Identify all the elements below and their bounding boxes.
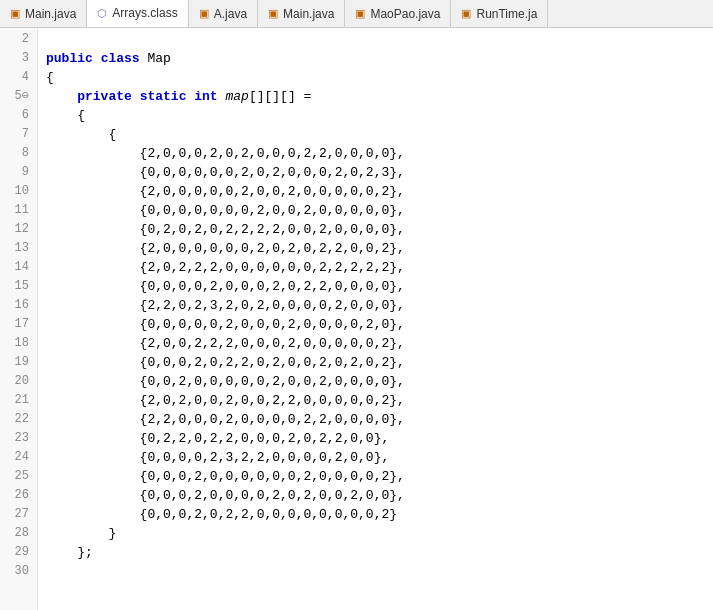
tab-main1[interactable]: ▣ Main.java xyxy=(0,0,87,27)
code-content[interactable]: public class Map{ private static int map… xyxy=(38,28,713,610)
line-21: {2,0,2,0,0,2,0,0,2,2,0,0,0,0,0,2}, xyxy=(46,391,713,410)
line-numbers: 2 3 4 5⊖ 6 7 8 9 10 11 12 13 14 15 16 17… xyxy=(0,28,38,610)
line-14: {2,0,2,2,2,0,0,0,0,0,0,2,2,2,2,2}, xyxy=(46,258,713,277)
java-icon: ▣ xyxy=(199,7,209,20)
java-icon: ▣ xyxy=(268,7,278,20)
tab-label: Arrays.class xyxy=(112,6,177,20)
line-30 xyxy=(46,562,713,581)
java-icon: ▣ xyxy=(461,7,471,20)
class-icon: ⬡ xyxy=(97,7,107,20)
line-7: { xyxy=(46,125,713,144)
line-29: }; xyxy=(46,543,713,562)
line-20: {0,0,2,0,0,0,0,0,2,0,0,2,0,0,0,0}, xyxy=(46,372,713,391)
line-17: {0,0,0,0,0,2,0,0,0,2,0,0,0,0,2,0}, xyxy=(46,315,713,334)
java-icon: ▣ xyxy=(10,7,20,20)
line-10: {2,0,0,0,0,0,2,0,0,2,0,0,0,0,0,2}, xyxy=(46,182,713,201)
tab-arrays[interactable]: ⬡ Arrays.class xyxy=(87,0,188,28)
tab-main2[interactable]: ▣ Main.java xyxy=(258,0,345,27)
line-19: {0,0,0,2,0,2,2,0,2,0,0,2,0,2,0,2}, xyxy=(46,353,713,372)
code-area: 2 3 4 5⊖ 6 7 8 9 10 11 12 13 14 15 16 17… xyxy=(0,28,713,610)
line-4: { xyxy=(46,68,713,87)
line-6: { xyxy=(46,106,713,125)
line-18: {2,0,0,2,2,2,0,0,0,2,0,0,0,0,0,2}, xyxy=(46,334,713,353)
line-5: private static int map[][][] = xyxy=(46,87,713,106)
tab-bar: ▣ Main.java ⬡ Arrays.class ▣ A.java ▣ Ma… xyxy=(0,0,713,28)
line-11: {0,0,0,0,0,0,0,2,0,0,2,0,0,0,0,0}, xyxy=(46,201,713,220)
line-13: {2,0,0,0,0,0,0,2,0,2,0,2,2,0,0,2}, xyxy=(46,239,713,258)
line-15: {0,0,0,0,2,0,0,0,2,0,2,2,0,0,0,0}, xyxy=(46,277,713,296)
line-23: {0,2,2,0,2,2,0,0,0,2,0,2,2,0,0}, xyxy=(46,429,713,448)
line-16: {2,2,0,2,3,2,0,2,0,0,0,0,2,0,0,0}, xyxy=(46,296,713,315)
tab-label: A.java xyxy=(214,7,247,21)
line-22: {2,2,0,0,0,2,0,0,0,0,2,2,0,0,0,0}, xyxy=(46,410,713,429)
tab-runtime[interactable]: ▣ RunTime.ja xyxy=(451,0,548,27)
tab-label: MaoPao.java xyxy=(370,7,440,21)
line-27: {0,0,0,2,0,2,2,0,0,0,0,0,0,0,0,2} xyxy=(46,505,713,524)
line-24: {0,0,0,0,2,3,2,2,0,0,0,0,2,0,0}, xyxy=(46,448,713,467)
tab-label: RunTime.ja xyxy=(476,7,537,21)
tab-label: Main.java xyxy=(283,7,334,21)
line-3: public class Map xyxy=(46,49,713,68)
line-9: {0,0,0,0,0,0,2,0,2,0,0,0,2,0,2,3}, xyxy=(46,163,713,182)
tab-a[interactable]: ▣ A.java xyxy=(189,0,258,27)
line-12: {0,2,0,2,0,2,2,2,2,0,0,2,0,0,0,0}, xyxy=(46,220,713,239)
tab-maopao[interactable]: ▣ MaoPao.java xyxy=(345,0,451,27)
line-28: } xyxy=(46,524,713,543)
tab-label: Main.java xyxy=(25,7,76,21)
line-8: {2,0,0,0,2,0,2,0,0,0,2,2,0,0,0,0}, xyxy=(46,144,713,163)
line-25: {0,0,0,2,0,0,0,0,0,0,2,0,0,0,0,2}, xyxy=(46,467,713,486)
java-icon: ▣ xyxy=(355,7,365,20)
line-26: {0,0,0,2,0,0,0,0,2,0,2,0,0,2,0,0}, xyxy=(46,486,713,505)
line-2 xyxy=(46,30,713,49)
